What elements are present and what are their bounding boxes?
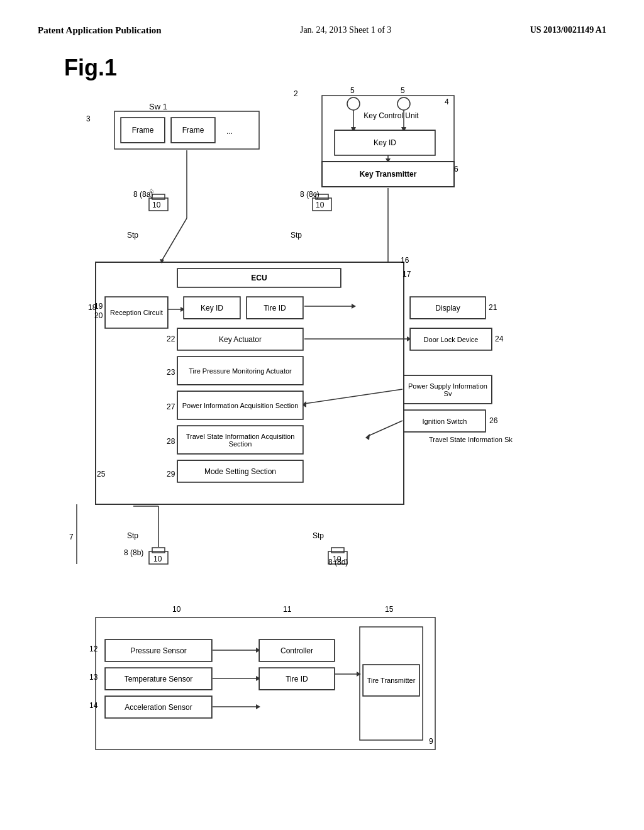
svg-line-41	[367, 421, 402, 436]
label-7: 7	[69, 533, 74, 541]
reception-circuit-box: Reception Circuit	[105, 297, 168, 328]
door-lock-box: Door Lock Device	[410, 328, 492, 350]
label-29: 29	[167, 470, 175, 479]
label-8a: 8 (8a)	[133, 190, 153, 199]
fig-label: Fig.1	[64, 55, 117, 81]
display-box: Display	[410, 297, 486, 319]
svg-rect-44	[152, 548, 165, 553]
stp-top-right: Stp	[291, 231, 302, 240]
sw1-label: Sw 1	[149, 102, 167, 111]
label-16: 16	[401, 256, 409, 265]
label-10-bl: 10	[153, 555, 162, 563]
label-2: 2	[294, 89, 298, 98]
dots-label: ...	[226, 127, 233, 136]
label-21: 21	[489, 303, 497, 312]
power-info-acq-box: Power Information Acquisition Section	[177, 391, 303, 419]
svg-marker-65	[160, 259, 164, 263]
acceleration-sensor-box: Acceleration Sensor	[105, 696, 212, 718]
svg-marker-62	[357, 672, 361, 677]
frame2-box: Frame	[171, 118, 215, 143]
svg-marker-32	[352, 304, 356, 309]
travel-state-sk-label: Travel State Information Sk	[429, 435, 517, 444]
label-6: 6	[454, 165, 458, 174]
svg-rect-16	[152, 194, 165, 199]
label-11: 11	[283, 605, 291, 614]
label-25: 25	[97, 470, 105, 479]
header-left: Patent Application Publication	[38, 25, 162, 36]
label-8c: 8 (8c)	[300, 190, 319, 199]
controller-box: Controller	[259, 639, 335, 661]
frame1-box: Frame	[121, 118, 165, 143]
label-9: 9	[429, 737, 433, 746]
stp-bottom-left: Stp	[127, 531, 138, 540]
label-10-c: 10	[172, 605, 180, 614]
mode-setting-box: Mode Setting Section	[177, 460, 303, 482]
stp-bottom-right: Stp	[313, 531, 324, 540]
label-10-tr: 10	[316, 201, 324, 209]
tire-transmitter-box: Tire Transmitter	[363, 665, 419, 696]
label-15: 15	[385, 605, 393, 614]
label-10-br: 10	[333, 555, 341, 563]
ignition-switch-box: Ignition Switch	[404, 410, 486, 432]
travel-state-acq-box: Travel State Information Acquisition Sec…	[177, 426, 303, 454]
label-10-tl: 10	[152, 201, 160, 209]
key-id-top-box: Key ID	[335, 130, 435, 155]
label-26: 26	[489, 416, 497, 425]
header-right: US 2013/0021149 A1	[530, 25, 606, 35]
svg-rect-46	[331, 548, 344, 553]
svg-point-6	[347, 97, 360, 110]
tire-id-ecu-box: Tire ID	[247, 297, 303, 319]
label-8b: 8 (8b)	[124, 548, 143, 557]
tire-pressure-actuator-box: Tire Pressure Monitoring Actuator	[177, 357, 303, 385]
svg-marker-60	[256, 704, 260, 709]
label-22: 22	[167, 335, 175, 343]
label-3: 3	[86, 114, 91, 123]
svg-point-7	[397, 97, 410, 110]
header-center: Jan. 24, 2013 Sheet 1 of 3	[300, 25, 391, 35]
header: Patent Application Publication Jan. 24, …	[38, 25, 606, 36]
label-14: 14	[89, 701, 97, 710]
label-12: 12	[89, 645, 97, 653]
diagram-area: Fig.1	[52, 55, 592, 778]
tire-id-bottom-box: Tire ID	[259, 668, 335, 690]
ecu-box-label: ECU	[177, 268, 341, 287]
svg-marker-42	[365, 434, 370, 440]
label-24: 24	[495, 335, 503, 343]
key-id-ecu-box: Key ID	[184, 297, 240, 319]
stp-top-left: Stp	[127, 231, 138, 240]
label-27: 27	[167, 402, 175, 411]
label-4: 4	[445, 97, 449, 106]
label-5a: 5	[350, 86, 355, 95]
svg-line-39	[304, 389, 402, 404]
label-17: 17	[402, 270, 411, 279]
power-supply-box: Power Supply Information Sv	[404, 375, 492, 404]
label-19: 19	[94, 302, 103, 311]
key-actuator-box: Key Actuator	[177, 328, 303, 350]
key-control-unit-label: Key Control Unit	[335, 111, 448, 120]
pressure-sensor-box: Pressure Sensor	[105, 639, 212, 661]
label-23: 23	[167, 368, 175, 377]
svg-line-64	[162, 218, 187, 261]
label-13: 13	[89, 673, 97, 682]
label-20: 20	[94, 311, 103, 320]
label-28: 28	[167, 437, 175, 446]
label-5b: 5	[401, 86, 405, 95]
key-transmitter-box: Key Transmitter	[322, 162, 454, 187]
page: Patent Application Publication Jan. 24, …	[0, 0, 644, 830]
temperature-sensor-box: Temperature Sensor	[105, 668, 212, 690]
